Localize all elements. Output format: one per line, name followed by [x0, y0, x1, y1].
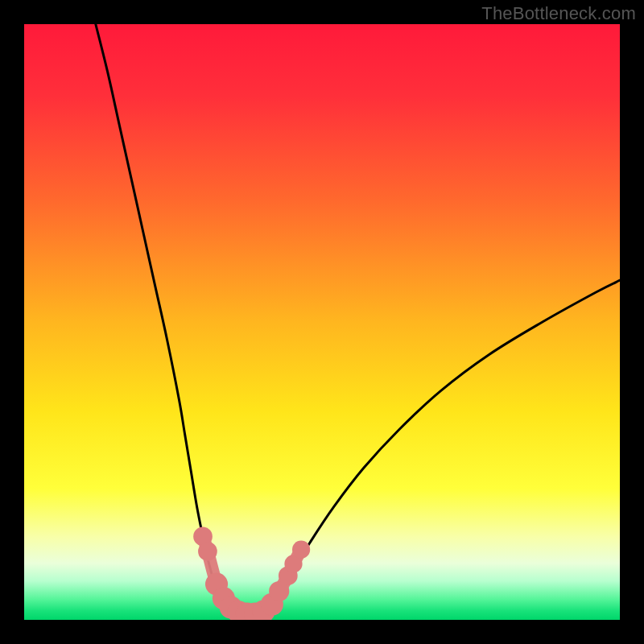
data-markers	[193, 527, 310, 620]
chart-frame: TheBottleneck.com	[0, 0, 644, 644]
watermark-text: TheBottleneck.com	[481, 3, 636, 24]
data-marker	[198, 542, 217, 561]
plot-area	[24, 24, 620, 620]
data-marker	[292, 541, 310, 559]
curve-layer	[24, 24, 620, 620]
bottleneck-curve-path	[96, 24, 620, 614]
bottleneck-curve	[96, 24, 620, 614]
